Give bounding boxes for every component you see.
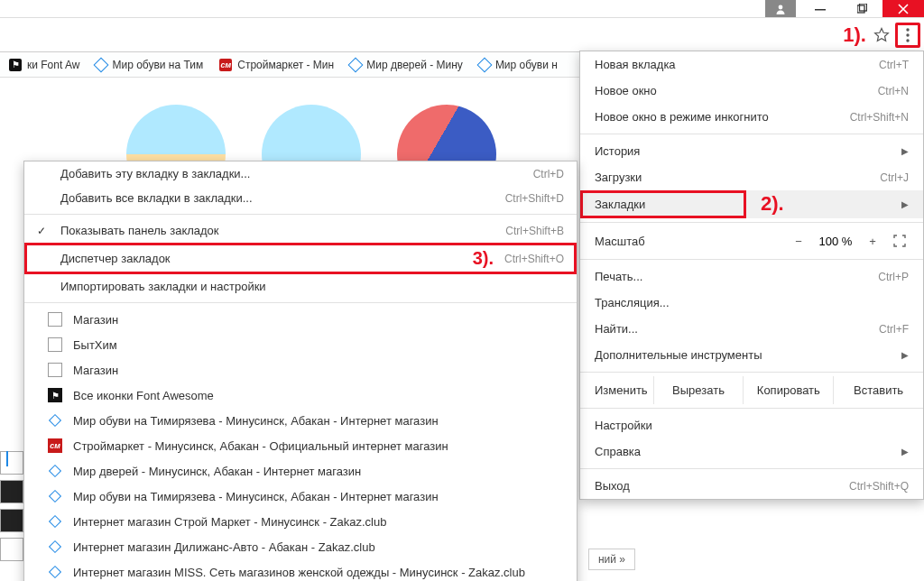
zoom-in-button[interactable]: +	[860, 230, 885, 252]
menu-shortcut: Ctrl+D	[533, 168, 564, 180]
bookmark-bar-item[interactable]: смСтроймаркет - Мин	[214, 56, 339, 74]
menu-separator	[24, 214, 577, 215]
bookmark-label: Мир дверей - Мину	[366, 59, 463, 71]
annotation-3: 3).	[473, 248, 494, 269]
minimize-button[interactable]	[799, 0, 841, 17]
user-account-button[interactable]	[765, 0, 796, 17]
menu-more-tools[interactable]: Дополнительные инструменты▶	[580, 342, 923, 368]
menu-print[interactable]: Печать...Ctrl+P	[580, 263, 923, 290]
bookmark-label: Мир дверей - Минусинск, Абакан - Интерне…	[73, 465, 564, 478]
overflow-bookmark-tag[interactable]: ний »	[588, 549, 635, 570]
bookmark-item[interactable]: Интернет магазин Строй Маркет - Минусинс…	[24, 509, 577, 534]
menu-shortcut: Ctrl+P	[878, 271, 909, 283]
chevron-right-icon: ▶	[901, 447, 909, 456]
diamond-icon	[94, 57, 109, 72]
bookmark-bar-item[interactable]: Мир обуви на Тим	[90, 56, 208, 74]
menu-shortcut: Ctrl+N	[878, 85, 909, 97]
menu-shortcut: Ctrl+Shift+B	[505, 225, 564, 237]
menu-zoom: Масштаб − 100 % +	[580, 226, 923, 255]
bookmark-item[interactable]: Магазин	[24, 357, 577, 383]
menu-label: Найти...	[595, 322, 638, 336]
menu-label: Выход	[595, 479, 630, 493]
submenu-import[interactable]: Импортировать закладки и настройки	[24, 274, 577, 299]
bookmark-item[interactable]: Мир обуви на Тимирязева - Минусинск, Аба…	[24, 484, 577, 509]
fullscreen-icon	[893, 235, 906, 247]
bookmark-label: ки Font Aw	[27, 59, 79, 71]
annotation-2: 2).	[761, 192, 784, 216]
menu-new-window[interactable]: Новое окноCtrl+N	[580, 78, 923, 104]
menu-label: Добавить эту вкладку в закладки...	[60, 167, 522, 180]
bookmark-label: Магазин	[73, 364, 564, 377]
menu-label: Справка	[595, 445, 641, 458]
menu-label: Печать...	[595, 270, 642, 283]
zoom-value: 100 %	[813, 235, 858, 248]
bookmark-item[interactable]: БытХим	[24, 332, 577, 357]
menu-new-tab[interactable]: Новая вкладкаCtrl+T	[580, 51, 923, 78]
menu-history[interactable]: История▶	[580, 138, 923, 164]
menu-label: Трансляция...	[595, 296, 670, 309]
menu-find[interactable]: Найти...Ctrl+F	[580, 316, 923, 342]
bookmark-label: БытХим	[73, 338, 564, 352]
menu-label: Диспетчер закладок	[60, 252, 462, 265]
edit-copy-button[interactable]: Копировать	[743, 376, 833, 404]
diamond-icon	[6, 451, 8, 466]
menu-label: Закладки	[595, 198, 645, 211]
bookmark-item[interactable]: ⚑Все иконки Font Awesome	[24, 383, 577, 408]
menu-downloads[interactable]: ЗагрузкиCtrl+J	[580, 164, 923, 190]
bookmark-bar-item[interactable]: Мир обуви н	[474, 56, 563, 74]
thumbnail[interactable]	[0, 480, 23, 503]
thumbnail[interactable]	[0, 538, 23, 561]
submenu-add-all[interactable]: Добавить все вкладки в закладки...Ctrl+S…	[24, 186, 577, 210]
menu-separator	[24, 302, 577, 303]
thumbnail[interactable]	[0, 509, 23, 532]
window-titlebar	[0, 0, 924, 18]
menu-cast[interactable]: Трансляция...	[580, 290, 923, 316]
main-menu-button[interactable]	[895, 23, 920, 48]
close-button[interactable]	[882, 0, 924, 17]
fullscreen-button[interactable]	[887, 230, 912, 252]
menu-incognito[interactable]: Новое окно в режиме инкогнитоCtrl+Shift+…	[580, 104, 923, 130]
bookmark-item[interactable]: Магазин	[24, 307, 577, 332]
menu-exit[interactable]: ВыходCtrl+Shift+Q	[580, 473, 923, 499]
menu-label: Импортировать закладки и настройки	[60, 280, 564, 293]
svg-point-0	[779, 5, 783, 9]
menu-bookmarks[interactable]: Закладки 2). ▶	[580, 190, 923, 218]
bookmark-label: Мир обуви на Тимирязева - Минусинск, Аба…	[73, 414, 564, 428]
page-icon	[48, 363, 62, 377]
menu-help[interactable]: Справка▶	[580, 438, 923, 465]
edit-paste-button[interactable]: Вставить	[833, 376, 923, 404]
svg-point-5	[906, 33, 909, 36]
svg-rect-3	[859, 4, 866, 11]
submenu-bookmark-manager[interactable]: Диспетчер закладок 3). Ctrl+Shift+O	[24, 243, 577, 274]
bookmark-item[interactable]: смСтроймаркет - Минусинск, Абакан - Офиц…	[24, 433, 577, 458]
bookmark-item[interactable]: Интернет магазин MISS. Сеть магазинов же…	[24, 559, 577, 581]
zoom-out-button[interactable]: −	[786, 230, 811, 252]
menu-edit-row: Изменить Вырезать Копировать Вставить	[580, 376, 923, 404]
bookmark-label: Строймаркет - Минусинск, Абакан - Официа…	[73, 439, 564, 453]
menu-shortcut: Ctrl+Shift+D	[505, 192, 564, 205]
menu-label: Новое окно	[595, 84, 657, 97]
bookmark-item[interactable]: Интернет магазин Дилижанс-Авто - Абакан …	[24, 534, 577, 559]
menu-settings[interactable]: Настройки	[580, 412, 923, 438]
thumbnail[interactable]	[0, 451, 23, 475]
menu-label: История	[595, 144, 640, 158]
bookmark-bar-item[interactable]: ⚑ки Font Aw	[4, 56, 85, 74]
svg-point-6	[906, 39, 909, 42]
page-icon	[48, 312, 62, 327]
bookmarks-submenu: Добавить эту вкладку в закладки...Ctrl+D…	[23, 161, 578, 581]
diamond-icon	[48, 464, 62, 478]
bookmark-star-button[interactable]	[870, 23, 893, 47]
menu-separator	[580, 468, 923, 469]
main-menu: Новая вкладкаCtrl+T Новое окноCtrl+N Нов…	[579, 51, 924, 500]
chevron-right-icon: ▶	[901, 350, 909, 360]
submenu-add-bookmark[interactable]: Добавить эту вкладку в закладки...Ctrl+D	[24, 161, 577, 186]
maximize-button[interactable]	[841, 0, 882, 17]
menu-label: Добавить все вкладки в закладки...	[60, 191, 494, 205]
star-icon	[873, 27, 890, 43]
bookmark-item[interactable]: Мир обуви на Тимирязева - Минусинск, Аба…	[24, 408, 577, 433]
edit-cut-button[interactable]: Вырезать	[653, 376, 744, 404]
menu-shortcut: Ctrl+Shift+O	[504, 253, 564, 265]
bookmark-bar-item[interactable]: Мир дверей - Мину	[345, 56, 468, 74]
bookmark-item[interactable]: Мир дверей - Минусинск, Абакан - Интерне…	[24, 458, 577, 484]
submenu-show-bar[interactable]: Показывать панель закладокCtrl+Shift+B	[24, 218, 577, 243]
